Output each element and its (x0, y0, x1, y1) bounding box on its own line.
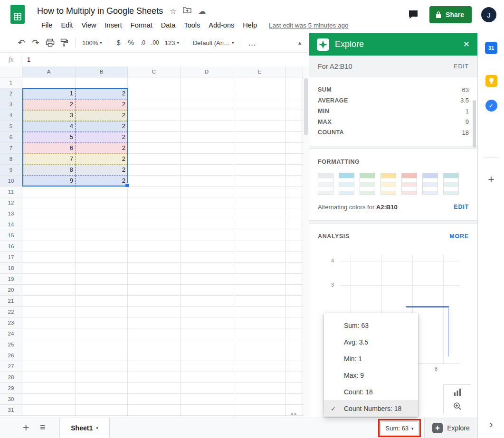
row-header-18[interactable]: 18 (0, 263, 22, 274)
menu-item-edit[interactable]: Edit (57, 19, 77, 32)
cell-A27[interactable] (22, 361, 76, 372)
cell-E23[interactable] (233, 317, 286, 328)
cell-E24[interactable] (233, 328, 286, 339)
insert-chart-icon[interactable] (452, 387, 463, 398)
cell-E22[interactable] (233, 307, 286, 317)
cell-E8[interactable] (233, 154, 286, 165)
cell-C23[interactable] (128, 317, 181, 328)
row-header-14[interactable]: 14 (0, 219, 22, 230)
cell-C7[interactable] (128, 143, 181, 154)
row-header-5[interactable]: 5 (0, 121, 22, 132)
cell-F18[interactable] (286, 263, 304, 274)
cell-A12[interactable] (22, 197, 76, 208)
row-header-6[interactable]: 6 (0, 132, 22, 143)
fill-handle[interactable] (125, 183, 129, 187)
cell-D12[interactable] (181, 197, 233, 208)
cell-B15[interactable] (76, 230, 128, 241)
column-header-E[interactable]: E (233, 66, 286, 77)
calendar-icon[interactable]: 31 (478, 42, 504, 54)
cell-B12[interactable] (76, 197, 128, 208)
cell-C12[interactable] (128, 197, 181, 208)
close-icon[interactable]: ✕ (463, 39, 470, 49)
cell-E26[interactable] (233, 350, 286, 361)
cell-E19[interactable] (233, 274, 286, 285)
cell-F17[interactable] (286, 252, 304, 263)
cell-B23[interactable] (76, 317, 128, 328)
cell-F8[interactable] (286, 154, 304, 165)
cell-B8[interactable]: 2 (76, 154, 128, 165)
cell-D4[interactable] (181, 110, 233, 121)
cell-B16[interactable] (76, 241, 128, 252)
cell-D17[interactable] (181, 252, 233, 263)
cell-A13[interactable] (22, 208, 76, 219)
sum-selector-button[interactable]: Sum: 63 ▾ (380, 421, 418, 435)
cell-B29[interactable] (76, 383, 128, 394)
cell-B28[interactable] (76, 372, 128, 383)
cell-B25[interactable] (76, 339, 128, 350)
row-header-25[interactable]: 25 (0, 339, 22, 350)
collapse-toolbar-icon[interactable]: ▴ (298, 39, 301, 46)
cell-D7[interactable] (181, 143, 233, 154)
context-menu-item-count-numbers[interactable]: ✓Count Numbers: 18 (324, 400, 418, 417)
cell-B14[interactable] (76, 219, 128, 230)
cell-C1[interactable] (128, 77, 181, 88)
last-edit-link[interactable]: Last edit was 5 minutes ago (269, 22, 348, 29)
cell-F21[interactable] (286, 296, 304, 307)
cell-C2[interactable] (128, 88, 181, 99)
cell-A9[interactable]: 8 (22, 165, 76, 176)
cell-C4[interactable] (128, 110, 181, 121)
cell-F23[interactable] (286, 317, 304, 328)
cell-E11[interactable] (233, 186, 286, 197)
cell-B27[interactable] (76, 361, 128, 372)
cell-A30[interactable] (22, 394, 76, 405)
format-swatch-cyan[interactable] (339, 173, 354, 195)
cell-B24[interactable] (76, 328, 128, 339)
cell-D25[interactable] (181, 339, 233, 350)
column-header-C[interactable]: C (128, 66, 181, 77)
cell-A19[interactable] (22, 274, 76, 285)
cell-C30[interactable] (128, 394, 181, 405)
analysis-more-button[interactable]: MORE (449, 233, 469, 240)
cell-D15[interactable] (181, 230, 233, 241)
format-swatch-yellow[interactable] (380, 173, 396, 195)
row-header-27[interactable]: 27 (0, 361, 22, 372)
cell-F22[interactable] (286, 307, 304, 317)
row-header-19[interactable]: 19 (0, 274, 22, 285)
row-header-26[interactable]: 26 (0, 350, 22, 361)
cell-A1[interactable] (22, 77, 76, 88)
comment-history-icon[interactable] (407, 8, 420, 21)
cell-D26[interactable] (181, 350, 233, 361)
cell-E2[interactable] (233, 88, 286, 99)
redo-icon[interactable]: ↷ (29, 38, 43, 47)
format-swatch-indigo[interactable] (422, 173, 438, 195)
column-header-A[interactable]: A (22, 66, 76, 77)
cell-F24[interactable] (286, 328, 304, 339)
more-formats-button[interactable]: 123 ▾ (162, 39, 182, 47)
cell-E18[interactable] (233, 263, 286, 274)
cell-E27[interactable] (233, 361, 286, 372)
cell-D24[interactable] (181, 328, 233, 339)
row-header-4[interactable]: 4 (0, 110, 22, 121)
cell-F28[interactable] (286, 372, 304, 383)
cell-E25[interactable] (233, 339, 286, 350)
cell-A2[interactable]: 1 (22, 88, 76, 99)
cell-D9[interactable] (181, 165, 233, 176)
cell-A20[interactable] (22, 285, 76, 296)
cell-D11[interactable] (181, 186, 233, 197)
cell-B10[interactable]: 2 (76, 176, 128, 186)
cell-B6[interactable]: 2 (76, 132, 128, 143)
menu-item-insert[interactable]: Insert (101, 19, 126, 32)
cell-E10[interactable] (233, 176, 286, 186)
cell-B20[interactable] (76, 285, 128, 296)
explore-button[interactable]: Explore (424, 418, 477, 438)
decrease-decimal-button[interactable]: .0 (138, 39, 148, 46)
cell-D13[interactable] (181, 208, 233, 219)
formula-input[interactable]: 1 (27, 56, 30, 63)
row-header-20[interactable]: 20 (0, 285, 22, 296)
vertical-scrollbar-thumb[interactable] (304, 78, 308, 135)
cell-C15[interactable] (128, 230, 181, 241)
cell-A28[interactable] (22, 372, 76, 383)
tasks-icon[interactable]: ✓ (478, 100, 504, 112)
cell-C9[interactable] (128, 165, 181, 176)
cell-E15[interactable] (233, 230, 286, 241)
